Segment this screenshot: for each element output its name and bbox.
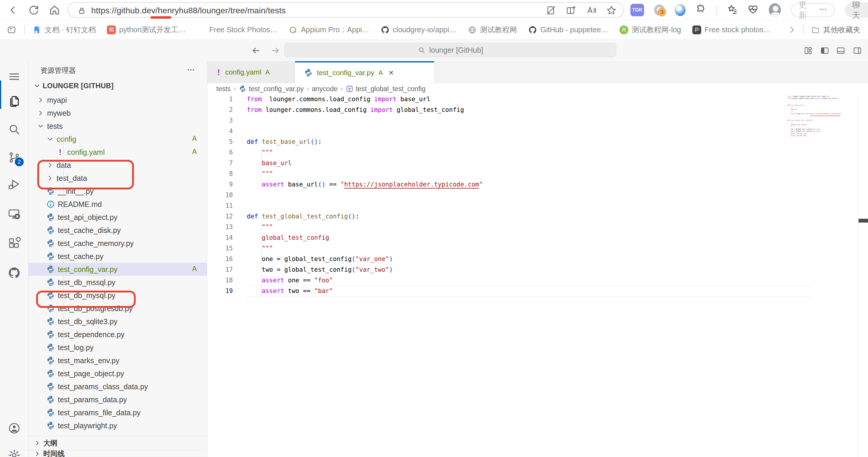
other-favorites-folder[interactable]: 其他收藏夹 <box>811 25 860 35</box>
tree-item-test_log.py[interactable]: test_log.py <box>28 341 207 354</box>
activitybar-extensions-icon[interactable] <box>8 237 21 250</box>
tree-item-config[interactable]: configA <box>28 133 207 145</box>
scm-changes-badge: 2 <box>15 158 24 166</box>
outline-section[interactable]: 大纲 <box>28 436 207 450</box>
update-button[interactable]: 更新 <box>791 3 835 17</box>
line-number: 11 <box>207 200 233 211</box>
update-label: 更新 <box>799 0 813 21</box>
read-aloud-icon[interactable] <box>586 5 597 16</box>
tree-indent-guide <box>63 133 64 432</box>
bookmark-item[interactable]: Free Stock Photos… <box>197 26 278 34</box>
code-line: 18 assert one == "foo" <box>207 275 868 286</box>
editor-back-icon[interactable] <box>251 45 261 56</box>
tree-item-test_db_mysql.py[interactable]: test_db_mysql.py <box>28 289 207 302</box>
breadcrumb-item[interactable]: test_global_test_config <box>346 85 426 93</box>
activitybar-scm-icon[interactable]: 2 <box>8 151 21 164</box>
tree-item-test_params_class_data.py[interactable]: test_params_class_data.py <box>28 380 207 393</box>
browser-essentials-icon[interactable] <box>747 4 759 16</box>
web-capture-icon[interactable] <box>546 5 556 16</box>
activitybar-gear-icon[interactable] <box>8 449 21 457</box>
activitybar-files-icon[interactable] <box>8 94 21 107</box>
tree-item-test_dependence.py[interactable]: test_dependence.py <box>28 328 207 341</box>
tab-config.yaml[interactable]: !config.yamlA <box>207 61 295 83</box>
favorite-star-icon[interactable] <box>606 5 617 16</box>
tree-item-test_page_object.py[interactable]: test_page_object.py <box>28 367 207 380</box>
bookmark-item[interactable]: cloudgrey-io/appi… <box>381 26 457 34</box>
editor-forward-icon[interactable] <box>270 45 281 56</box>
sidebar-toggle-icon[interactable] <box>6 25 17 35</box>
extension-badge-icon[interactable]: 3 <box>654 4 665 16</box>
bookmark-item[interactable]: 测试教程网 <box>468 25 517 35</box>
bookmark-item[interactable]: GitHub - puppetee… <box>528 26 608 34</box>
bookmark-item[interactable]: R测试教程网-log <box>619 25 681 35</box>
tree-item-test_playwright.py[interactable]: test_playwright.py <box>28 419 207 432</box>
activitybar-remote-icon[interactable] <box>8 207 21 220</box>
copilot-chat-button[interactable]: 聊天 <box>845 2 868 18</box>
bookmark-item[interactable]: 文档 · 钉钉文档 <box>33 25 96 35</box>
tree-item-test_config_var.py[interactable]: test_config_var.pyA <box>28 263 207 276</box>
tree-item-test_db_mssql.py[interactable]: test_db_mssql.py <box>28 276 207 289</box>
toggle-sidebar-icon[interactable] <box>820 46 830 55</box>
bookmark-item[interactable]: Appium Pro：Appi… <box>289 25 369 35</box>
address-bar[interactable]: https://github.dev/henryhu88/lounger/tre… <box>67 2 624 18</box>
collections-star-icon[interactable] <box>727 4 738 16</box>
tree-item-test_data[interactable]: test_data <box>28 172 207 185</box>
activitybar-debug-icon[interactable] <box>8 177 21 191</box>
close-icon[interactable]: × <box>389 68 394 77</box>
code-line: 19 assert two == "bar" <box>207 286 868 296</box>
home-icon[interactable] <box>49 4 60 16</box>
profile-avatar[interactable] <box>769 3 781 17</box>
workspace-root-row[interactable]: LOUNGER [GITHUB] <box>28 79 207 93</box>
tree-item-myweb[interactable]: myweb <box>28 106 207 120</box>
back-icon[interactable] <box>7 4 19 16</box>
tree-item-test_params_file_data.py[interactable]: test_params_file_data.py <box>28 406 207 419</box>
minimap[interactable]: from lounger.commons.load_config import … <box>787 95 841 137</box>
split-screen-icon[interactable] <box>566 5 577 16</box>
activitybar-github-icon[interactable] <box>8 266 21 280</box>
activitybar-menu-icon[interactable] <box>8 70 21 83</box>
tdk-extension-icon[interactable]: TDK <box>630 4 644 16</box>
code-area[interactable]: 1from lounger.commons.load_config import… <box>207 94 868 296</box>
line-number: 6 <box>207 147 233 158</box>
browser-toolbar: https://github.dev/henryhu88/lounger/tre… <box>0 0 868 20</box>
customize-layout-icon[interactable] <box>803 46 813 55</box>
tree-item-config.yaml[interactable]: !config.yamlA <box>28 145 207 159</box>
blue-extension-icon[interactable] <box>675 4 685 16</box>
tab-test_config_var.py[interactable]: test_config_var.pyA× <box>295 61 434 83</box>
extensions-puzzle-icon[interactable] <box>695 4 706 16</box>
activitybar-account-icon[interactable] <box>8 422 21 435</box>
url-text[interactable]: https://github.dev/henryhu88/lounger/tre… <box>91 6 286 15</box>
breadcrumb-item[interactable]: anycode <box>312 85 338 93</box>
toggle-secondary-sidebar-icon[interactable] <box>852 46 862 55</box>
refresh-icon[interactable] <box>28 4 40 16</box>
chevron-right-icon <box>46 174 54 182</box>
toggle-panel-icon[interactable] <box>836 46 845 55</box>
tree-item-test_db_sqlite3.py[interactable]: test_db_sqlite3.py <box>28 315 207 328</box>
tree-item-tests[interactable]: tests <box>28 120 207 133</box>
tree-item-test_api_object.py[interactable]: test_api_object.py <box>28 211 207 224</box>
tree-item-README.md[interactable]: README.md <box>28 198 207 211</box>
tree-item-__init__.py[interactable]: __init__.py <box>28 185 207 198</box>
tree-item-label: test_cache_memory.py <box>58 239 134 248</box>
breadcrumb-item[interactable]: test_config_var.py <box>239 85 304 93</box>
python-file-icon <box>46 343 55 352</box>
more-options-icon[interactable] <box>818 5 828 15</box>
tree-item-test_cache_memory.py[interactable]: test_cache_memory.py <box>28 237 207 250</box>
explorer-actions-icon[interactable] <box>186 65 195 74</box>
bookmark-item[interactable]: PFree stock photos… <box>692 26 771 34</box>
timeline-section[interactable]: 时间线 <box>28 450 207 457</box>
tree-item-myapi[interactable]: myapi <box>28 94 207 106</box>
bookmarks-overflow-icon[interactable] <box>787 26 796 34</box>
tree-item-data[interactable]: data <box>28 159 207 172</box>
tree-item-test_marks_env.py[interactable]: test_marks_env.py <box>28 354 207 367</box>
bookmark-item[interactable]: 简python测试开发工… <box>107 25 186 35</box>
activitybar-search-icon[interactable] <box>8 123 21 136</box>
tree-item-test_cache_disk.py[interactable]: test_cache_disk.py <box>28 224 207 237</box>
workspace-root-label: LOUNGER [GITHUB] <box>43 82 114 90</box>
breadcrumb-item[interactable]: tests <box>216 85 231 93</box>
tree-item-test_cache.py[interactable]: test_cache.py <box>28 250 207 263</box>
tree-item-test_db_postgresdb.py[interactable]: test_db_postgresdb.py <box>28 302 207 315</box>
scrollbar-marker[interactable] <box>859 219 868 223</box>
tree-item-test_params_data.py[interactable]: test_params_data.py <box>28 393 207 406</box>
command-center-search[interactable]: lounger [GitHub] <box>284 43 616 57</box>
